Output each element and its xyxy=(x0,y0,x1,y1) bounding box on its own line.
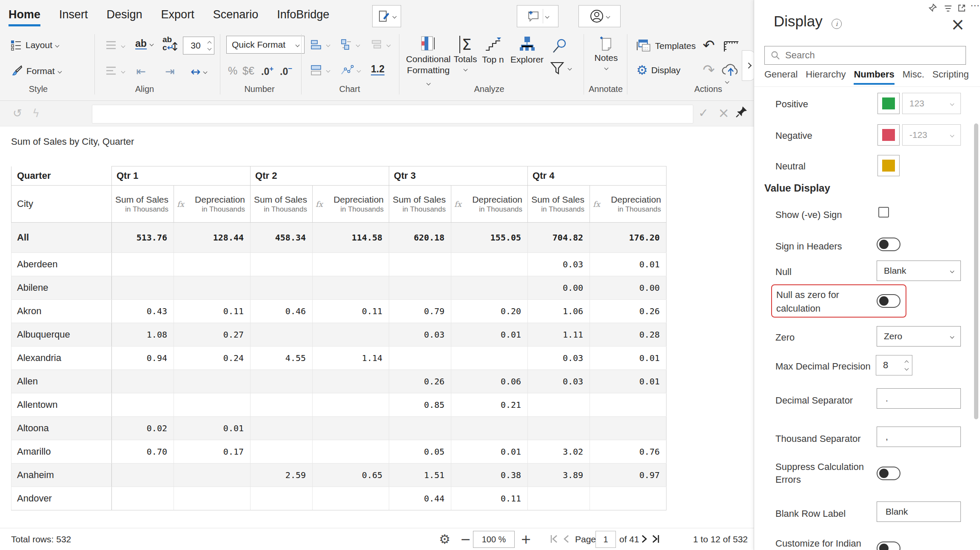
first-page-button[interactable] xyxy=(550,534,559,544)
value-cell[interactable] xyxy=(174,487,251,510)
sales-measure-header[interactable]: Sum of Salesin Thousands xyxy=(389,186,451,223)
value-cell[interactable] xyxy=(112,276,174,300)
column-width-button[interactable]: ↔ xyxy=(191,65,207,79)
close-panel-icon[interactable]: × xyxy=(951,14,965,34)
table-view-button[interactable] xyxy=(311,64,330,77)
value-cell[interactable]: 0.21 xyxy=(451,393,528,417)
city-cell[interactable]: Amarillo xyxy=(11,440,112,464)
value-cell[interactable]: 0.17 xyxy=(174,440,251,464)
city-cell[interactable]: All xyxy=(11,223,112,253)
value-cell[interactable]: 0.00 xyxy=(590,276,667,300)
zoom-in-button[interactable]: + xyxy=(521,532,531,547)
stepper-down-icon[interactable] xyxy=(208,46,212,50)
value-cell[interactable] xyxy=(112,370,174,393)
customize-indian-toggle[interactable] xyxy=(877,541,900,550)
value-cell[interactable] xyxy=(313,370,389,393)
indent-decrease-button[interactable]: ⇤ xyxy=(136,65,146,78)
value-cell[interactable]: 128.44 xyxy=(174,223,251,253)
notes-button[interactable]: Notes xyxy=(590,36,622,71)
ribbon-tab-scenario[interactable]: Scenario xyxy=(213,9,259,26)
depreciation-measure-header[interactable]: fxDepreciationin Thousands xyxy=(313,186,389,223)
pin-icon[interactable] xyxy=(735,106,748,118)
value-cell[interactable] xyxy=(313,393,389,417)
add-comment-button[interactable] xyxy=(517,5,558,27)
previous-page-button[interactable] xyxy=(562,534,570,544)
value-cell[interactable]: 3.89 xyxy=(528,464,590,487)
depreciation-measure-header[interactable]: fxDepreciationin Thousands xyxy=(590,186,667,223)
value-cell[interactable]: 513.76 xyxy=(112,223,174,253)
value-cell[interactable] xyxy=(451,253,528,276)
city-cell[interactable]: Albuquerque xyxy=(11,323,112,347)
panel-tab-general[interactable]: General xyxy=(764,69,798,85)
null-as-zero-toggle[interactable] xyxy=(877,294,900,308)
value-cell[interactable] xyxy=(313,440,389,464)
positive-swatch[interactable] xyxy=(877,93,900,114)
value-cell[interactable] xyxy=(174,464,251,487)
stepper-down-icon[interactable] xyxy=(905,366,909,370)
depreciation-measure-header[interactable]: fxDepreciationin Thousands xyxy=(451,186,528,223)
value-cell[interactable]: 0.85 xyxy=(389,393,451,417)
value-cell[interactable] xyxy=(389,417,451,440)
value-cell[interactable]: 1.11 xyxy=(528,323,590,347)
value-cell[interactable]: 0.11 xyxy=(174,300,251,323)
positive-format-dropdown[interactable]: 123 xyxy=(902,93,961,114)
value-cell[interactable]: 0.06 xyxy=(451,370,528,393)
value-cell[interactable]: 620.18 xyxy=(389,223,451,253)
value-cell[interactable] xyxy=(112,253,174,276)
filter-button[interactable] xyxy=(550,60,571,76)
value-cell[interactable] xyxy=(451,276,528,300)
value-cell[interactable]: 0.97 xyxy=(590,464,667,487)
actions-more-chevron-icon[interactable] xyxy=(725,80,729,84)
value-cell[interactable]: 0.27 xyxy=(174,323,251,347)
quarter-header[interactable]: Qtr 4 xyxy=(528,166,667,186)
city-cell[interactable]: Altoona xyxy=(11,417,112,440)
refresh-icon[interactable]: ↺ xyxy=(13,107,22,120)
value-cell[interactable]: 0.94 xyxy=(112,347,174,370)
number-format-chart-button[interactable]: 1.2 xyxy=(371,64,385,75)
explorer-button[interactable]: Explorer xyxy=(509,36,545,65)
city-cell[interactable]: Abilene xyxy=(11,276,112,300)
value-cell[interactable]: 0.20 xyxy=(451,300,528,323)
ribbon-tab-home[interactable]: Home xyxy=(9,9,40,26)
wrap-text-button[interactable]: ab xyxy=(135,38,153,49)
templates-button[interactable]: Templates xyxy=(636,39,696,53)
undo-icon[interactable]: ↶ xyxy=(703,37,715,54)
null-dropdown[interactable]: Blank xyxy=(877,261,961,281)
formula-input[interactable] xyxy=(92,105,693,123)
city-cell[interactable]: Akron xyxy=(11,300,112,323)
open-in-window-icon[interactable] xyxy=(957,4,966,12)
zoom-out-button[interactable]: − xyxy=(460,532,471,547)
quarter-header[interactable]: Qtr 1 xyxy=(112,166,251,186)
value-cell[interactable]: 0.43 xyxy=(112,300,174,323)
value-cell[interactable]: 0.11 xyxy=(451,487,528,510)
ruler-icon[interactable] xyxy=(723,37,739,53)
ribbon-tab-export[interactable]: Export xyxy=(161,9,194,26)
value-cell[interactable] xyxy=(174,276,251,300)
value-cell[interactable] xyxy=(313,276,389,300)
increase-decimal-button[interactable]: .0+ xyxy=(261,65,273,77)
value-cell[interactable] xyxy=(251,487,313,510)
value-cell[interactable]: 0.01 xyxy=(590,370,667,393)
value-cell[interactable] xyxy=(590,417,667,440)
value-cell[interactable]: 0.01 xyxy=(590,253,667,276)
value-cell[interactable]: 0.28 xyxy=(590,323,667,347)
value-cell[interactable]: 0.03 xyxy=(389,323,451,347)
value-cell[interactable]: 0.05 xyxy=(389,440,451,464)
page-input[interactable] xyxy=(595,531,616,548)
next-page-button[interactable] xyxy=(641,534,648,544)
value-cell[interactable]: 0.03 xyxy=(528,370,590,393)
value-cell[interactable]: 0.11 xyxy=(313,300,389,323)
city-cell[interactable]: Allen xyxy=(11,370,112,393)
value-cell[interactable]: 0.26 xyxy=(389,370,451,393)
value-cell[interactable] xyxy=(251,323,313,347)
corner-city-header[interactable]: City xyxy=(11,186,112,223)
value-cell[interactable]: 0.79 xyxy=(389,300,451,323)
value-cell[interactable]: 1.14 xyxy=(313,347,389,370)
bar-chart-button[interactable] xyxy=(311,38,330,51)
value-cell[interactable]: 0.46 xyxy=(251,300,313,323)
value-cell[interactable]: 0.01 xyxy=(590,347,667,370)
corner-quarter-header[interactable]: Quarter xyxy=(11,166,112,186)
display-button[interactable]: ⚙ Display xyxy=(636,64,681,77)
value-cell[interactable] xyxy=(590,487,667,510)
value-cell[interactable]: 0.03 xyxy=(528,347,590,370)
